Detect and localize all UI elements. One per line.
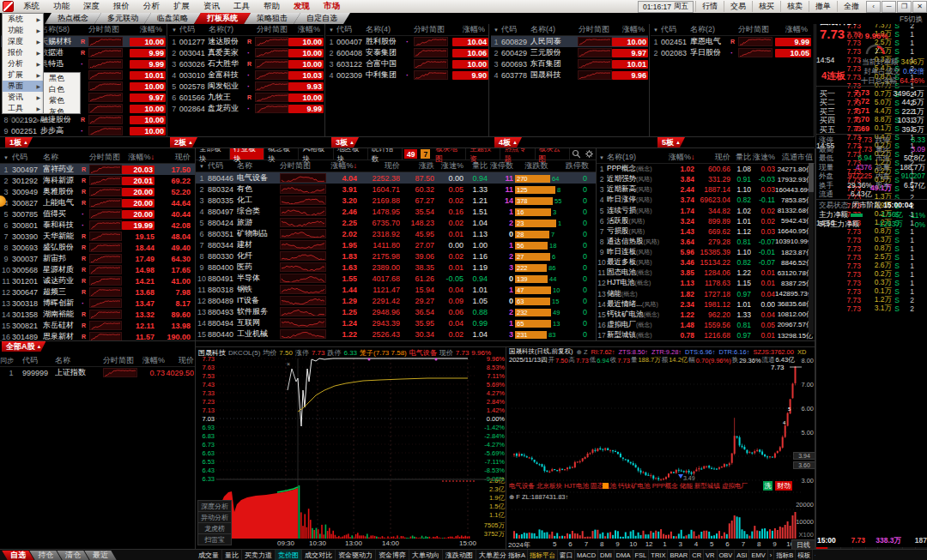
ktool-MACD[interactable]: MACD — [575, 550, 598, 560]
table-row[interactable]: 9昨日连板(风格)5.9615385.391.10-0.011823.87亿 — [597, 247, 815, 257]
table-row[interactable]: 3300949奥雅股份R20.0052.20 — [0, 186, 195, 197]
mtool-大单动向[interactable]: 大单动向 — [409, 550, 443, 560]
table-row[interactable]: 12300647超频三R13.687.98 — [0, 286, 195, 298]
quote-row[interactable]: 7002864盘龙药业·9.99 — [169, 103, 324, 114]
board-tag-2板[interactable]: 2板▲ — [170, 137, 197, 148]
table-row[interactable]: 4880497综合类2.461478.9535.540.161.5111630 — [196, 206, 596, 217]
board-tag-1板[interactable]: 1板▲ — [5, 137, 33, 148]
toolbar-button-核买[interactable]: 核买 — [752, 1, 780, 12]
table-row[interactable]: 5300785值得买·20.0040.44 — [0, 208, 195, 220]
quote-row[interactable]: 4002309中利集团·9.90 — [326, 69, 488, 81]
overlay-深度分析[interactable]: 深度分析 — [197, 500, 232, 512]
overlay-异动分析[interactable]: 异动分析 — [197, 511, 232, 523]
table-row[interactable]: 15钙钛矿电池(概念)1.22962.201.330.0410812.00亿 — [597, 310, 815, 320]
quote-row[interactable]: 2002083孚日股份·10.05 — [651, 47, 811, 58]
mtool-涨跌动图[interactable]: 涨跌动图 — [443, 550, 476, 560]
mtool-买卖力道[interactable]: 买卖力道 — [242, 550, 276, 560]
quote-row[interactable]: 6601566九牧王R10.00 — [169, 92, 324, 103]
table-row[interactable]: 11固态电池(概念)3.851284.061.220.0163120.78亿 — [597, 268, 815, 278]
table-row[interactable]: 1PPP概念(概念)1.02600.661.080.0324271.80亿 — [597, 164, 815, 174]
back-icon[interactable]: ‹ — [866, 1, 881, 13]
table-row[interactable]: 2880324有色3.911604.7160.320.051.331112580 — [196, 184, 596, 195]
menu-item-系统[interactable]: 系统▶ — [3, 14, 43, 25]
quote-row[interactable]: 4603778国晟科技9.96 — [491, 69, 648, 81]
table-row[interactable]: 11880318钢铁1.441121.4715.940.041.01147100 — [196, 284, 596, 295]
all-a-tag[interactable]: 全部A股▲ — [2, 341, 45, 352]
quote-row[interactable]: 1002451摩恩电气R9.99 — [651, 36, 811, 47]
menu-分析[interactable]: 分析 — [136, 0, 167, 13]
tab-热点概念[interactable]: 热点概念 — [45, 13, 101, 24]
menu-item-报价[interactable]: 报价▶ — [3, 47, 43, 58]
tab-临盘策略[interactable]: 临盘策略 — [144, 13, 201, 24]
quote-row[interactable]: 2003041真爱美家·10.00 — [169, 47, 324, 58]
column-headers[interactable]: ▼代码名称分时简图涨幅%↓现价 — [0, 152, 195, 164]
tab-多元联动[interactable]: 多元联动 — [94, 13, 151, 24]
ktool-VR[interactable]: VR — [704, 550, 717, 560]
menu-工具[interactable]: 工具 — [227, 0, 257, 13]
mtool-成交对比[interactable]: 成交对比 — [302, 550, 336, 560]
quote-row[interactable]: 3603122合富中国10.00 — [326, 58, 488, 69]
mtool-资金驱动力[interactable]: 资金驱动力 — [336, 550, 376, 560]
close-icon[interactable]: ✕ — [912, 1, 927, 13]
table-row[interactable]: 13300318博晖创新·13.478.17 — [0, 298, 195, 309]
toolbar-button-行情[interactable]: 行情 — [695, 1, 724, 12]
quote-row[interactable]: 1600829人民同泰10.00 — [491, 36, 648, 47]
table-row[interactable]: 13880493软件服务1.252948.9636.540.060.882232… — [196, 306, 596, 317]
ktool-right-+[interactable]: + — [813, 550, 815, 560]
sector-link-热点专题[interactable]: 热点专题 — [500, 148, 535, 160]
sector-tab-地区板块[interactable]: 地区板块 — [334, 148, 368, 160]
table-row[interactable]: 14880494互联网1.242943.3935.950.040.9916513… — [196, 317, 596, 328]
restore-icon[interactable]: ❐ — [897, 1, 912, 13]
watchlist-tab-清仓[interactable]: 清仓 — [57, 551, 89, 560]
table-row[interactable]: 14301358湖南裕能R13.3289.60 — [0, 309, 195, 320]
sector-link-板块地图[interactable]: 板块地图 — [432, 148, 466, 160]
ktool-CR[interactable]: CR — [690, 550, 704, 560]
menu-市场[interactable]: 市场 — [317, 0, 347, 13]
menu-item-分析[interactable]: 分析▶ — [3, 58, 43, 69]
ktool-EMV[interactable]: EMV — [749, 550, 767, 560]
table-row[interactable]: 4300827上能电气R20.0044.64 — [0, 197, 195, 208]
table-row[interactable]: 2近期强势(风格)3.84331.290.91-0.0317932.93亿 — [597, 174, 815, 184]
column-headers[interactable]: ▼名称(19)涨幅%↓现价量比涨速%流通市值 — [597, 152, 815, 164]
table-row[interactable]: 4昨日涨停(风格)3.7469623.040.82-0.117853.85亿 — [597, 195, 815, 205]
quote-row[interactable]: 1001277速达股份R10.00 — [169, 36, 324, 47]
watchlist-tab-最近[interactable]: 最近 — [84, 551, 117, 560]
mtool-竞价图[interactable]: 竞价图 — [276, 550, 302, 560]
sector-link-板块云图[interactable]: 板块云图 — [536, 148, 570, 160]
search-icon[interactable] — [572, 149, 580, 159]
table-row[interactable]: 6300801泰和科技·19.9942.08 — [0, 220, 195, 231]
table-row[interactable]: 10300568星源材质R14.9817.65 — [0, 264, 195, 275]
quote-row[interactable]: 2600429三元股份9.97 — [491, 47, 648, 58]
scrollbar[interactable] — [809, 163, 814, 334]
ktool-TRIX[interactable]: TRIX — [649, 550, 668, 560]
theme-item-紫色[interactable]: 紫色 — [44, 95, 80, 106]
quote-row[interactable]: 4003010金富科技·10.03 — [169, 69, 324, 81]
sector-tab-全部板块[interactable]: 全部板块 — [196, 148, 230, 160]
quote-row[interactable]: 3603026石大胜华R10.00 — [169, 58, 324, 69]
quote-row[interactable]: 3600693东百集团10.01 — [491, 58, 648, 69]
table-row[interactable]: 14最近情绪...(风格)2.341981.121.010.0036835.68… — [597, 299, 815, 310]
tab-自定自选[interactable]: 自定自选 — [294, 13, 350, 24]
minimize-icon[interactable]: ─ — [882, 1, 896, 13]
column-headers[interactable]: ▼代码名称分时简图涨幅%↓现价涨跌涨速%量比涨停数涨跌数跌停数 — [196, 160, 596, 172]
table-row[interactable]: 12880489IT设备1.292291.4229.270.091.050631… — [196, 295, 596, 306]
ktool-›[interactable]: › — [768, 550, 775, 560]
table-row[interactable]: 6880351矿物制品2.022318.9245.950.011.1302870 — [196, 228, 596, 239]
table-row[interactable]: 10最近多板(风格)3.4615134.220.82-0.078846.52亿 — [597, 257, 815, 268]
ktool-right-指标B[interactable]: 指标B — [774, 550, 796, 560]
mtool-成交量[interactable]: 成交量 — [196, 550, 222, 560]
table-row[interactable]: 3近期新高(风格)2.441887.141.100.03160443.69亿 — [597, 184, 815, 195]
watchlist-tab-自选[interactable]: 自选 — [2, 551, 34, 560]
ktool-FSL[interactable]: FSL — [633, 550, 650, 560]
table-row[interactable]: 16301489思泉新材R11.57190.00 — [0, 331, 195, 340]
ktool-BRAR[interactable]: BRAR — [668, 550, 690, 560]
table-row[interactable]: 7300390天华新能R19.1548.04 — [0, 231, 195, 242]
table-row[interactable]: 13储能(概念)1.821727.180.970.04142895.73亿 — [597, 289, 815, 299]
table-row[interactable]: 15300821东岳硅材R12.1113.98 — [0, 320, 195, 331]
menu-item-界面[interactable]: 界面▶ — [3, 81, 43, 92]
gear-icon[interactable] — [585, 149, 593, 159]
quote-row[interactable]: 1000407胜利股份·10.04 — [326, 36, 488, 47]
ktool-OBV[interactable]: OBV — [718, 550, 736, 560]
toolbar-button-交易[interactable]: 交易 — [724, 1, 752, 12]
mtool-量比[interactable]: 量比 — [222, 550, 242, 560]
